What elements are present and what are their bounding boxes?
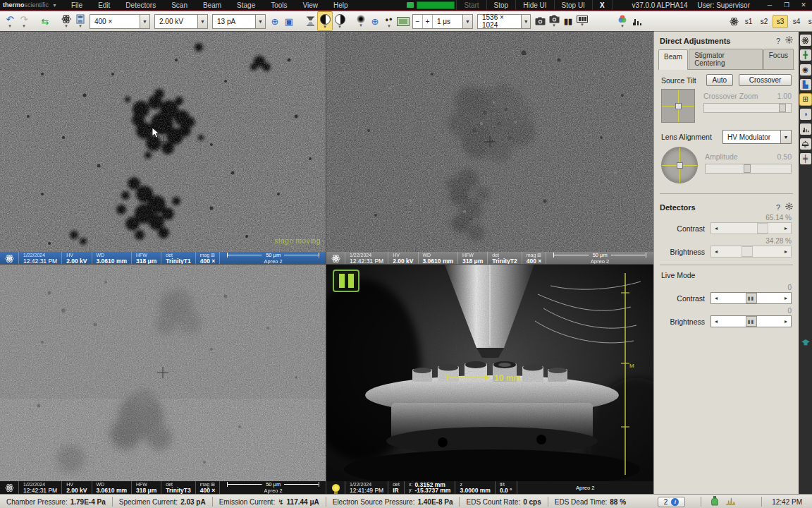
auto-stigmator-icon[interactable]: ⬩•▼ [382, 12, 396, 30]
menu-help[interactable]: Help [326, 1, 356, 9]
menu-detectors[interactable]: Detectors [118, 1, 164, 9]
help-icon[interactable]: ? [776, 37, 780, 45]
resolution-combo[interactable]: 1536 × 1024 ▼ [477, 14, 531, 29]
quad3-sem-image[interactable]: 1/22/202412:42:31 PM HV2.00 kV WD3.0610 … [0, 265, 326, 494]
navcam-page-icon[interactable] [800, 337, 811, 349]
menu-beam[interactable]: Beam [195, 1, 229, 9]
lens-alignment-control[interactable] [661, 147, 698, 183]
source-tilt-control[interactable] [661, 89, 695, 123]
beam-current-combo[interactable]: 13 pA ▼ [212, 14, 266, 29]
redo-button[interactable]: ↷▼ [17, 12, 31, 30]
direct-adjustments-page-icon[interactable]: ⊞ [800, 94, 811, 105]
gear-icon[interactable] [785, 36, 793, 45]
screen-s2-button[interactable]: s2 [757, 16, 771, 28]
live-brightness-handle[interactable]: ▮▮ [746, 316, 757, 327]
chevron-down-icon[interactable]: ▼ [197, 15, 207, 28]
histogram-page-icon[interactable] [800, 123, 811, 135]
tab-stigmator-centering[interactable]: Stigmator Centering [689, 49, 763, 69]
beam-shift-reset-icon[interactable]: ⊕ [268, 12, 282, 30]
stop-button[interactable]: Stop [486, 0, 516, 10]
observation-page-icon[interactable]: ◉ [800, 64, 811, 75]
dwell-minus-button[interactable]: − [413, 15, 423, 28]
close-tab-button[interactable]: X [592, 0, 613, 10]
menu-edit[interactable]: Edit [90, 1, 118, 9]
reduced-area-icon[interactable]: ▣ [282, 12, 296, 30]
dwell-plus-button[interactable]: + [423, 15, 433, 28]
gear-icon[interactable] [785, 202, 793, 212]
quad2-sem-image[interactable]: 1/22/202412:42:31 PM HV2.00 kV WD3.0610 … [326, 32, 653, 265]
menu-tools[interactable]: Tools [263, 1, 295, 9]
tab-beam[interactable]: Beam [658, 49, 688, 70]
beam-on-icon[interactable]: ▼ [59, 12, 73, 30]
film-strip-icon[interactable]: ▼ [575, 12, 589, 30]
chevron-down-icon[interactable]: ▼ [462, 15, 472, 28]
arrow-right-icon[interactable]: ▸ [781, 293, 791, 303]
resolution-value: 1536 × 1024 [478, 13, 521, 29]
chevron-down-icon[interactable]: ▼ [780, 131, 791, 143]
arrow-left-icon[interactable]: ◂ [711, 316, 721, 327]
live-contrast-handle[interactable]: ▮▮ [746, 293, 757, 303]
snapshot-icon[interactable] [533, 12, 547, 30]
crossover-button[interactable]: Crossover [739, 74, 792, 86]
source-tilt-knob[interactable] [675, 103, 682, 109]
chevron-down-icon[interactable]: ▼ [521, 15, 530, 28]
videoscope-icon[interactable] [303, 12, 317, 30]
auto-contrast-brightness-icon[interactable]: ▼ [317, 11, 333, 31]
dwell-time-combo[interactable]: − + 1 μs ▼ [412, 14, 473, 29]
chevron-down-icon[interactable]: ▼ [255, 15, 265, 28]
menu-scan[interactable]: Scan [164, 1, 195, 9]
color-mode-icon[interactable]: ▼ [615, 12, 629, 30]
magnification-combo[interactable]: 400 × ▼ [90, 14, 150, 29]
help-icon[interactable]: ? [776, 203, 780, 212]
sem-image-t2 [326, 32, 653, 252]
link-z-fwd-icon[interactable]: ⊕ [368, 12, 382, 30]
high-voltage-combo[interactable]: 2.00 kV ▼ [154, 14, 208, 29]
screen-s5-button[interactable]: s5 [805, 16, 812, 28]
quad1-sem-image[interactable]: stage moving 1/22/202412:42:31 PM HV2.00… [0, 32, 326, 265]
spot-indicator-button[interactable]: 2 i [658, 497, 686, 507]
beam-control-page-icon[interactable] [800, 35, 811, 46]
column-vacuum-icon[interactable]: ▼ [73, 12, 87, 30]
maximize-icon[interactable]: ❐ [778, 1, 795, 8]
processing-page-icon[interactable]: ▙ [800, 79, 811, 90]
full-frame-icon[interactable] [396, 12, 410, 30]
contrast-page-icon[interactable]: ◑ [800, 109, 811, 120]
arrow-right-icon[interactable]: ▸ [781, 316, 791, 327]
close-icon[interactable]: ✕ [795, 1, 812, 8]
live-contrast-slider[interactable]: ◂ ▮▮ ▸ [710, 292, 792, 304]
hide-ui-button[interactable]: Hide UI [515, 0, 553, 10]
menu-view[interactable]: View [295, 1, 326, 9]
stage-navigation-page-icon[interactable]: ╋ [800, 49, 811, 61]
progress-bar [417, 1, 455, 9]
pause-all-icon[interactable]: ▮▮ [561, 12, 575, 30]
arrow-left-icon[interactable]: ◂ [711, 293, 721, 303]
contrast-brightness-icon[interactable]: ▼ [333, 12, 347, 30]
snapshot-all-icon[interactable]: + ▼ [547, 12, 561, 30]
lens-alignment-knob[interactable] [677, 162, 683, 169]
tab-focus[interactable]: Focus [763, 49, 794, 69]
chevron-down-icon[interactable]: ▼ [140, 15, 149, 28]
stage-exchange-icon[interactable]: ⇆ [38, 12, 52, 30]
auto-button[interactable]: Auto [706, 74, 734, 86]
thermoscientific-logo[interactable]: thermoscientific ▼ [3, 1, 58, 8]
undo-button[interactable]: ↶▼ [3, 12, 17, 30]
screen-s4-button[interactable]: s4 [789, 16, 804, 28]
screen-config-icon[interactable] [727, 12, 741, 30]
detector-lamp-page-icon[interactable] [800, 138, 811, 150]
stop-ui-button[interactable]: Stop UI [554, 0, 592, 10]
menu-stage[interactable]: Stage [229, 1, 263, 9]
screen-s3-button[interactable]: s3 [773, 15, 788, 28]
system-clock: 12:42 PM [761, 497, 812, 507]
logo-thermo: thermo [3, 1, 25, 8]
histogram-icon[interactable] [629, 12, 644, 30]
auto-focus-icon[interactable]: ▼ [354, 12, 368, 30]
hv-modulator-dropdown[interactable]: HV Modulator ▼ [722, 130, 792, 144]
screen-s1-button[interactable]: s1 [742, 16, 756, 28]
live-brightness-slider[interactable]: ◂ ▮▮ ▸ [710, 315, 792, 327]
menu-file[interactable]: File [63, 1, 90, 9]
arrow-left-icon: ◂ [711, 246, 721, 257]
minimize-icon[interactable]: ─ [761, 1, 778, 8]
quad4-chamber-camera[interactable]: 10 mm M 1/22/202412:41:49 PM detIR x:0.3… [326, 265, 653, 494]
settings-sliders-page-icon[interactable]: ╪ [800, 153, 811, 164]
direct-adjustments-title: Direct Adjustments [660, 37, 730, 45]
